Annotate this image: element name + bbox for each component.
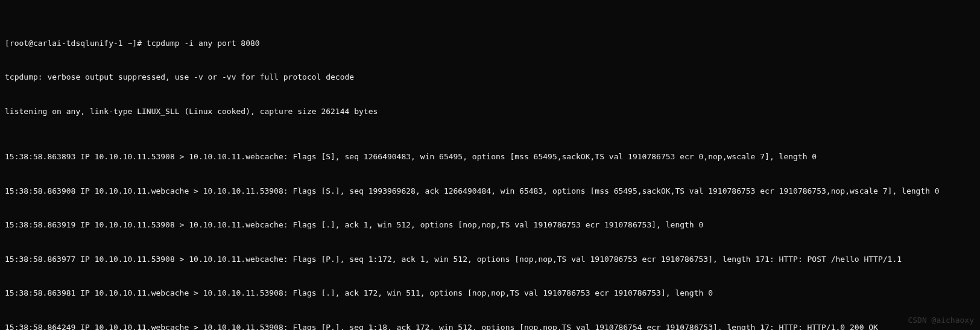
packet-line: 15:38:58.863893 IP 10.10.10.11.53908 > 1… — [5, 151, 975, 163]
tcpdump-listening-msg: listening on any, link-type LINUX_SLL (L… — [5, 106, 975, 118]
watermark-text: CSDN @aichaoxy — [908, 315, 974, 326]
packet-line: 15:38:58.864249 IP 10.10.10.11.webcache … — [5, 322, 975, 330]
packet-line: 15:38:58.863919 IP 10.10.10.11.53908 > 1… — [5, 220, 975, 231]
tcpdump-verbose-msg: tcpdump: verbose output suppressed, use … — [5, 72, 975, 83]
packet-line: 15:38:58.863908 IP 10.10.10.11.webcache … — [5, 186, 975, 197]
shell-prompt: [root@carlai-tdsqlunify-1 ~]# — [5, 39, 147, 48]
packet-line: 15:38:58.863981 IP 10.10.10.11.webcache … — [5, 288, 975, 299]
command-text: tcpdump -i any port 8080 — [147, 39, 260, 48]
prompt-line-1: [root@carlai-tdsqlunify-1 ~]# tcpdump -i… — [5, 38, 975, 49]
terminal-output[interactable]: [root@carlai-tdsqlunify-1 ~]# tcpdump -i… — [0, 0, 980, 330]
packet-line: 15:38:58.863977 IP 10.10.10.11.53908 > 1… — [5, 254, 975, 265]
